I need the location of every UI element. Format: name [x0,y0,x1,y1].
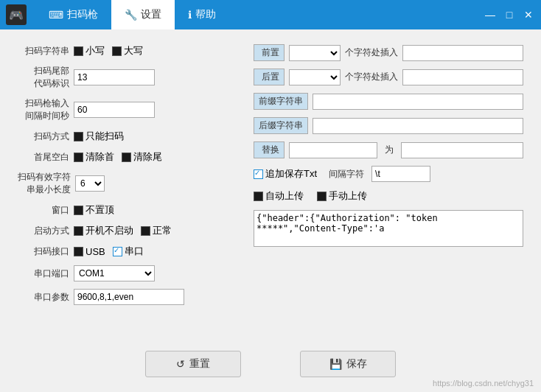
boot-start-option[interactable]: 开机不启动 [74,224,133,237]
reset-button[interactable]: ↺ 重置 [145,351,241,377]
window-row: 窗口 不置顶 [18,203,239,217]
api-text-area[interactable]: {"header":{"Authorization": "token *****… [254,210,523,247]
help-icon: ℹ [188,9,192,21]
no-top-checkbox [74,206,83,215]
save-txt-checkbox [254,169,263,179]
interval-char-label: 间隔字符 [329,168,364,181]
suffix-label: 后置 [254,69,285,85]
barcode-chars-label: 扫码字符串 [18,45,69,57]
save-txt-row: 追加保存Txt 间隔字符 [254,166,523,182]
max-length-label: 扫码有效字符串最小长度 [18,171,71,196]
interval-label: 扫码枪输入间隔时间秒 [18,97,69,122]
start-method-row: 启动方式 开机不启动 正常 [18,224,239,237]
suffix-string-label: 后缀字符串 [254,117,308,134]
head-tail-blank-label: 首尾空白 [18,151,69,164]
suffix-insert-input[interactable] [402,69,523,85]
scanner-icon: ⌨ [49,9,63,21]
start-method-label: 启动方式 [18,225,69,237]
serial-checkbox [113,247,122,256]
replace-to-input[interactable] [401,142,523,158]
com-port-label: 串口端口 [18,267,69,280]
window-label: 窗口 [18,204,69,217]
watermark: https://blog.csdn.net/chyg31 [433,379,534,388]
normal-start-option[interactable]: 正常 [141,224,172,237]
com-port-select[interactable]: COM1 COM2 COM3 [74,265,155,281]
start-method-options: 开机不启动 正常 [74,224,172,237]
interval-char-input[interactable] [371,166,430,182]
normal-start-checkbox [141,226,150,236]
maximize-button[interactable]: □ [503,8,516,21]
scan-port-row: 扫码接口 USB 串口 [18,245,239,258]
replace-from-input[interactable] [289,142,377,158]
interval-row: 扫码枪输入间隔时间秒 [18,97,239,122]
suffix-insert-label: 个字符处插入 [345,71,398,83]
tab-scanner[interactable]: ⌨ 扫码枪 [35,0,111,29]
lowercase-option[interactable]: 小写 [74,44,105,57]
replace-label: 替换 [254,141,285,158]
usb-option[interactable]: USB [74,246,105,257]
close-button[interactable]: ✕ [522,8,535,21]
clear-tail-option[interactable]: 清除尾 [122,150,162,164]
app-icon: 🎮 [6,4,27,25]
lowercase-checkbox [74,46,83,56]
boot-start-checkbox [74,226,83,236]
save-icon: 💾 [329,358,342,370]
clear-head-checkbox [74,153,83,162]
uppercase-checkbox [112,46,122,56]
prefix-insert-label: 个字符处插入 [345,46,398,59]
manual-upload-option[interactable]: 手动上传 [317,189,367,203]
right-column: 前置 个字符处插入 后置 个字符处插入 前缀字符串 [254,44,523,312]
replace-as-label: 为 [385,144,394,156]
nav-tabs: ⌨ 扫码枪 🔧 设置 ℹ 帮助 [35,0,229,29]
scan-method-row: 扫码方式 只能扫码 [18,130,239,143]
no-top-option[interactable]: 不置顶 [74,203,114,217]
manual-upload-checkbox [317,192,327,201]
com-params-input[interactable] [74,289,184,305]
serial-option[interactable]: 串口 [113,245,144,258]
head-tail-options: 清除首 清除尾 [74,150,162,164]
minimize-button[interactable]: — [484,8,497,21]
barcode-chars-row: 扫码字符串 小写 大写 [18,44,239,57]
upload-row: 自动上传 手动上传 [254,189,523,203]
prefix-row: 前置 个字符处插入 [254,44,523,61]
reset-icon: ↺ [176,358,185,370]
main-content: 扫码字符串 小写 大写 扫码尾部代码标识 13 [0,29,541,392]
only-scan-option[interactable]: 只能扫码 [74,130,124,143]
bottom-buttons: ↺ 重置 💾 保存 [0,351,541,377]
tab-settings[interactable]: 🔧 设置 [111,0,175,29]
suffix-string-row: 后缀字符串 [254,117,523,134]
suffix-select[interactable] [289,69,341,85]
clear-head-option[interactable]: 清除首 [74,150,114,164]
only-scan-checkbox [74,132,83,141]
api-text-row: {"header":{"Authorization": "token *****… [254,210,523,249]
barcode-chars-options: 小写 大写 [74,44,143,57]
clear-tail-checkbox [122,153,131,162]
replace-row: 替换 为 [254,141,523,158]
tail-code-input[interactable]: 13 [74,69,155,85]
suffix-string-input[interactable] [313,118,523,134]
prefix-string-input[interactable] [313,94,523,110]
prefix-insert-input[interactable] [402,45,523,61]
tab-help[interactable]: ℹ 帮助 [175,0,229,29]
settings-icon: 🔧 [125,9,137,21]
max-length-select[interactable]: 6 3 5 8 10 [75,175,105,192]
prefix-string-label: 前缀字符串 [254,93,308,110]
scan-port-label: 扫码接口 [18,245,69,258]
tail-code-row: 扫码尾部代码标识 13 [18,65,239,90]
usb-checkbox [74,247,83,256]
prefix-label: 前置 [254,44,285,61]
scan-method-label: 扫码方式 [18,130,69,143]
com-params-row: 串口参数 [18,289,239,305]
tail-code-label: 扫码尾部代码标识 [18,65,69,90]
auto-upload-option[interactable]: 自动上传 [254,189,304,203]
uppercase-option[interactable]: 大写 [112,44,143,57]
save-txt-option[interactable]: 追加保存Txt [254,167,317,181]
interval-input[interactable] [74,102,155,118]
title-bar: 🎮 ⌨ 扫码枪 🔧 设置 ℹ 帮助 — □ ✕ [0,0,541,29]
prefix-string-row: 前缀字符串 [254,93,523,110]
com-params-label: 串口参数 [18,291,69,304]
save-button[interactable]: 💾 保存 [300,351,396,377]
max-length-row: 扫码有效字符串最小长度 6 3 5 8 10 [18,171,239,196]
auto-upload-checkbox [254,192,263,201]
prefix-select[interactable] [289,45,341,61]
